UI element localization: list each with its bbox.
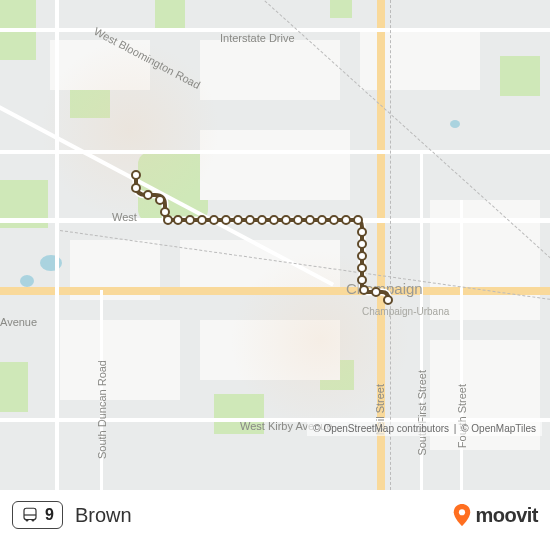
route-number: 9	[45, 506, 54, 524]
park	[500, 56, 540, 96]
pin-icon	[453, 504, 471, 526]
label-avenue-edge: Avenue	[0, 316, 37, 328]
attribution: © OpenStreetMap contributors | © OpenMap…	[307, 421, 542, 436]
label-duncan: South Duncan Road	[96, 360, 108, 459]
route-info: 9 Brown	[12, 501, 132, 529]
park	[330, 0, 352, 18]
label-city: Champaign	[346, 280, 423, 297]
label-west: West	[112, 211, 137, 223]
road	[55, 0, 59, 490]
road-university	[0, 218, 550, 223]
svg-point-4	[459, 509, 465, 515]
park	[155, 0, 185, 30]
brand-text: moovit	[475, 504, 538, 527]
label-station: Champaign-Urbana	[362, 306, 449, 317]
svg-point-3	[32, 519, 35, 522]
attr-osm: © OpenStreetMap contributors	[313, 423, 449, 434]
rail-ns	[390, 0, 391, 490]
svg-point-2	[26, 519, 29, 522]
footer-bar: 9 Brown moovit	[0, 490, 550, 540]
blk	[200, 130, 350, 200]
svg-rect-0	[24, 508, 36, 519]
map-canvas[interactable]: Interstate Drive West Bloomington Road W…	[0, 0, 550, 490]
park	[0, 362, 28, 412]
attr-tiles: © OpenMapTiles	[461, 423, 536, 434]
blk	[60, 320, 180, 400]
bus-icon	[21, 506, 39, 524]
watermark	[40, 40, 220, 220]
route-name: Brown	[75, 504, 132, 527]
pond	[450, 120, 460, 128]
brand: moovit	[453, 504, 538, 527]
pond	[20, 275, 34, 287]
label-first: South First Street	[416, 370, 428, 456]
label-interstate: Interstate Drive	[220, 32, 295, 44]
label-fourth: Fourth Street	[456, 384, 468, 448]
route-badge: 9	[12, 501, 63, 529]
